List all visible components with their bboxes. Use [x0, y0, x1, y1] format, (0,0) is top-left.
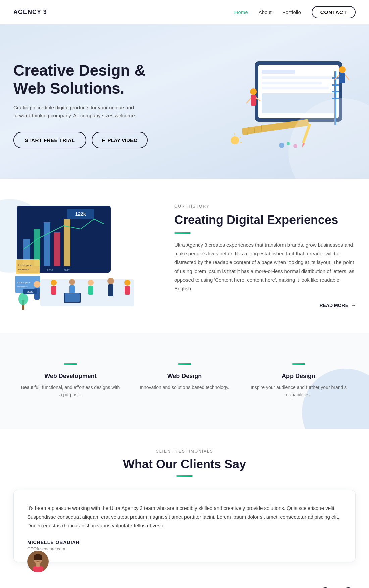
svg-rect-75 [36, 563, 40, 567]
svg-point-27 [287, 142, 290, 145]
avatar [27, 551, 49, 572]
history-text-block: OUR HISTORY Creating Digital Experiences… [174, 204, 356, 308]
service-item-web-development: Web Development Beautiful, functional, a… [13, 353, 127, 409]
svg-point-60 [107, 278, 114, 284]
svg-point-67 [18, 293, 28, 305]
service-title-web-design: Web Design [134, 373, 235, 380]
svg-rect-17 [251, 95, 256, 106]
svg-point-77 [39, 558, 40, 560]
services-section: Web Development Beautiful, functional, a… [0, 333, 369, 429]
history-section: 122k 2019 2018 2017 Lorem ipsum elementu… [0, 179, 369, 333]
testimonials-header: CLIENT TESTIMONIALS What Our Clients Say [13, 449, 356, 477]
testimonials-underline [176, 475, 193, 477]
svg-text:2017: 2017 [64, 269, 70, 272]
svg-point-28 [293, 144, 297, 148]
svg-text:elementum: elementum [17, 286, 28, 288]
play-icon: ▶ [102, 138, 105, 143]
svg-rect-55 [51, 286, 56, 295]
service-desc-app-design: Inspire your audience and further your b… [248, 384, 349, 399]
svg-line-31 [240, 137, 241, 138]
svg-rect-6 [262, 93, 335, 113]
read-more-link[interactable]: READ MORE → [174, 303, 356, 308]
svg-point-54 [51, 280, 57, 286]
history-body: Ultra Agency 3 creates experiences that … [174, 240, 356, 293]
nav-links: Home About Portfolio CONTACT [234, 6, 356, 18]
play-video-label: PLAY VIDEO [107, 137, 137, 143]
play-video-button[interactable]: ▶ PLAY VIDEO [92, 132, 147, 148]
svg-point-12 [339, 66, 346, 73]
service-icon-bar-1 [64, 363, 77, 365]
testimonials-label: CLIENT TESTIMONIALS [13, 449, 356, 454]
svg-rect-59 [88, 286, 93, 295]
arrow-right-icon: → [351, 303, 356, 308]
service-item-app-design: App Design Inspire your audience and fur… [242, 353, 356, 409]
hero-title: Creative Design & Web Solutions. [13, 62, 154, 97]
service-desc-web-design: Innovation and solutions based technolog… [134, 384, 235, 391]
svg-rect-63 [125, 286, 130, 295]
svg-rect-37 [44, 222, 50, 266]
start-free-trial-button[interactable]: START FREE TRIAL [13, 132, 86, 148]
svg-point-76 [36, 558, 37, 560]
svg-text:Lorem ipsum: Lorem ipsum [17, 281, 31, 284]
svg-rect-5 [262, 87, 329, 89]
service-icon-bar-3 [292, 363, 305, 365]
service-icon-bar-2 [178, 363, 191, 365]
testimonial-card: It's been a pleasure working with the Ul… [13, 490, 356, 562]
service-title-app-design: App Design [248, 373, 349, 380]
testimonials-section: CLIENT TESTIMONIALS What Our Clients Say… [0, 429, 369, 588]
testimonial-name: MICHELLE OBADIAH [27, 540, 342, 545]
nav-link-home[interactable]: Home [234, 9, 248, 15]
nav-link-about[interactable]: About [259, 9, 272, 15]
hero-image [215, 51, 356, 159]
testimonial-navigation: ← → [13, 582, 356, 588]
svg-rect-24 [302, 123, 311, 143]
testimonials-title: What Our Clients Say [13, 457, 356, 471]
read-more-label: READ MORE [319, 303, 348, 308]
hero-section: Creative Design & Web Solutions. Craftin… [0, 24, 369, 179]
svg-rect-45 [16, 259, 40, 274]
svg-line-15 [345, 75, 349, 80]
history-underline [174, 232, 191, 234]
svg-point-29 [231, 136, 239, 144]
history-title: Creating Digital Experiences [174, 213, 356, 227]
svg-marker-25 [301, 143, 305, 148]
nav-link-portfolio[interactable]: Portfolio [282, 9, 301, 15]
svg-text:2018: 2018 [47, 269, 53, 272]
svg-point-16 [250, 88, 257, 95]
svg-rect-74 [33, 566, 43, 572]
hero-buttons: START FREE TRIAL ▶ PLAY VIDEO [13, 132, 154, 148]
svg-text:2020: 2020 [27, 290, 33, 293]
svg-rect-4 [262, 82, 322, 84]
navbar: AGENCY 3 Home About Portfolio CONTACT [0, 0, 369, 24]
svg-point-62 [124, 280, 130, 286]
service-title-web-development: Web Development [20, 373, 121, 380]
testimonial-role: CEOfusedcore.com [27, 546, 342, 551]
service-item-web-design: Web Design Innovation and solutions base… [127, 353, 242, 409]
svg-point-58 [88, 280, 94, 286]
svg-rect-38 [54, 232, 60, 266]
svg-text:122k: 122k [75, 211, 86, 217]
hero-text-block: Creative Design & Web Solutions. Craftin… [13, 62, 154, 149]
contact-button[interactable]: CONTACT [312, 6, 356, 18]
svg-point-52 [34, 281, 40, 288]
svg-rect-57 [69, 285, 75, 294]
history-image: 122k 2019 2018 2017 Lorem ipsum elementu… [13, 199, 154, 313]
service-desc-web-development: Beautiful, functional, and effortless de… [20, 384, 121, 399]
svg-point-56 [69, 279, 75, 285]
history-label: OUR HISTORY [174, 204, 356, 209]
svg-line-18 [246, 98, 251, 103]
svg-rect-61 [108, 284, 113, 296]
svg-rect-73 [34, 557, 42, 560]
svg-text:Lorem ipsum: Lorem ipsum [18, 264, 32, 267]
svg-rect-2 [262, 70, 295, 74]
svg-text:elementum: elementum [18, 268, 29, 270]
svg-rect-65 [65, 293, 80, 302]
svg-point-26 [279, 143, 284, 148]
testimonial-text: It's been a pleasure working with the Ul… [27, 504, 342, 530]
nav-logo: AGENCY 3 [13, 9, 47, 16]
hero-subtitle: Crafting incredible digital products for… [13, 104, 141, 120]
svg-rect-13 [339, 73, 345, 83]
svg-rect-3 [262, 76, 335, 79]
